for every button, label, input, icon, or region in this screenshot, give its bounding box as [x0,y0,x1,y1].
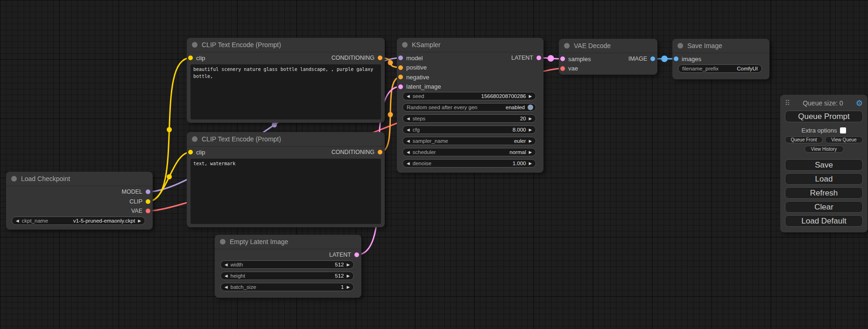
widget-seed[interactable]: ◀seed156680208700286▶ [402,92,536,100]
output-slot-VAE[interactable]: VAE [131,207,150,215]
increment-arrow-icon[interactable]: ▶ [529,94,532,98]
increment-arrow-icon[interactable]: ▶ [529,150,532,154]
decrement-arrow-icon[interactable]: ◀ [16,218,19,223]
widget-width[interactable]: ◀width512▶ [220,260,354,269]
input-dot-clip[interactable] [188,150,193,154]
node-ksampler[interactable]: KSamplermodelpositivenegativelatent_imag… [397,38,543,173]
settings-gear-icon[interactable]: ⚙ [856,99,863,107]
queue-prompt-button[interactable]: Queue Prompt [785,111,863,122]
node-load-checkpoint[interactable]: Load CheckpointMODELCLIPVAE◀ckpt_namev1-… [6,172,153,230]
increment-arrow-icon[interactable]: ▶ [529,127,532,132]
output-dot-LATENT[interactable] [354,252,359,257]
input-slot-positive[interactable]: positive [398,63,427,72]
node-collapse-dot[interactable] [564,43,570,49]
prompt-textarea[interactable]: text, watermark [191,159,381,224]
input-dot-images[interactable] [674,56,678,61]
input-slot-latent_image[interactable]: latent_image [398,83,441,91]
input-dot-latent_image[interactable] [398,84,403,89]
decrement-arrow-icon[interactable]: ◀ [225,285,228,289]
toggle-knob[interactable] [528,105,533,110]
input-dot-positive[interactable] [398,65,403,70]
decrement-arrow-icon[interactable]: ◀ [407,150,410,154]
load-button[interactable]: Load [785,173,863,185]
decrement-arrow-icon[interactable]: ◀ [407,139,410,143]
node-collapse-dot[interactable] [402,42,408,48]
save-button[interactable]: Save [785,159,863,171]
node-title-bar[interactable]: Empty Latent Image [215,235,361,249]
widget-Random seed after every gen[interactable]: Random seed after every genenabled [402,103,536,112]
widget-denoise[interactable]: ◀denoise1.000▶ [402,159,536,168]
output-slot-LATENT[interactable]: LATENT [329,251,359,259]
widget-height[interactable]: ◀height512▶ [220,272,354,280]
view-history-button[interactable]: View History [804,146,844,153]
input-slot-clip[interactable]: clip [188,148,205,156]
output-dot-CONDITIONING[interactable] [378,56,382,60]
node-title-bar[interactable]: Load Checkpoint [6,172,153,186]
extra-options-checkbox[interactable] [840,127,846,133]
output-dot-MODEL[interactable] [146,189,150,194]
node-clip-encode-2[interactable]: CLIP Text Encode (Prompt)clipCONDITIONIN… [187,132,385,227]
node-collapse-dot[interactable] [11,176,17,182]
increment-arrow-icon[interactable]: ▶ [529,161,532,166]
clear-button[interactable]: Clear [785,201,863,213]
node-collapse-dot[interactable] [192,42,198,48]
output-dot-CONDITIONING[interactable] [378,150,382,154]
node-title-bar[interactable]: VAE Decode [559,39,657,53]
increment-arrow-icon[interactable]: ▶ [529,116,532,121]
widget-cfg[interactable]: ◀cfg8.000▶ [402,126,536,134]
input-dot-model[interactable] [398,56,403,60]
decrement-arrow-icon[interactable]: ◀ [225,273,228,278]
widget-steps[interactable]: ◀steps20▶ [402,114,536,123]
node-clip-encode-1[interactable]: CLIP Text Encode (Prompt)clipCONDITIONIN… [187,38,385,123]
input-dot-vae[interactable] [560,66,565,71]
node-collapse-dot[interactable] [192,136,198,142]
output-slot-MODEL[interactable]: MODEL [122,188,150,196]
widget-scheduler[interactable]: ◀schedulernormal▶ [402,148,536,156]
drag-handle-icon[interactable]: ⠿ [785,99,790,107]
node-vae-decode[interactable]: VAE DecodesamplesvaeIMAGE [559,39,657,75]
decrement-arrow-icon[interactable]: ◀ [225,262,228,267]
increment-arrow-icon[interactable]: ▶ [346,285,350,289]
decrement-arrow-icon[interactable]: ◀ [407,116,410,121]
output-slot-IMAGE[interactable]: IMAGE [628,55,655,63]
widget-sampler_name[interactable]: ◀sampler_nameeuler▶ [402,137,536,145]
decrement-arrow-icon[interactable]: ◀ [407,94,410,98]
output-slot-LATENT[interactable]: LATENT [511,54,541,62]
input-slot-clip[interactable]: clip [188,54,205,62]
refresh-button[interactable]: Refresh [785,187,863,199]
comfyui-canvas[interactable]: Load CheckpointMODELCLIPVAE◀ckpt_namev1-… [0,0,868,329]
output-slot-CONDITIONING[interactable]: CONDITIONING [332,54,382,62]
input-slot-negative[interactable]: negative [398,73,429,81]
increment-arrow-icon[interactable]: ▶ [138,218,141,223]
prompt-textarea[interactable]: beautiful scenery nature glass bottle la… [191,64,381,119]
view-queue-button[interactable]: View Queue [825,136,863,143]
widget-filename_prefix[interactable]: filename_prefixComfyUI [678,64,762,73]
input-dot-negative[interactable] [398,75,403,79]
decrement-arrow-icon[interactable]: ◀ [407,161,410,166]
node-title-bar[interactable]: Save Image [672,39,769,53]
decrement-arrow-icon[interactable]: ◀ [407,127,410,132]
widget-batch_size[interactable]: ◀batch_size1▶ [220,283,354,291]
node-title-bar[interactable]: KSampler [397,38,543,52]
node-collapse-dot[interactable] [677,43,683,49]
input-dot-samples[interactable] [560,56,565,61]
widget-ckpt_name[interactable]: ◀ckpt_namev1-5-pruned-emaonly.ckpt▶ [12,217,145,225]
load-default-button[interactable]: Load Default [785,215,863,227]
node-save-image[interactable]: Save Imageimagesfilename_prefixComfyUI [672,39,769,79]
output-dot-VAE[interactable] [146,209,150,213]
output-dot-IMAGE[interactable] [650,56,655,61]
node-title-bar[interactable]: CLIP Text Encode (Prompt) [187,38,385,52]
node-empty-latent[interactable]: Empty Latent ImageLATENT◀width512▶◀heigh… [215,235,361,298]
input-slot-vae[interactable]: vae [560,64,578,73]
input-dot-clip[interactable] [188,56,193,60]
node-title-bar[interactable]: CLIP Text Encode (Prompt) [187,132,385,147]
input-slot-model[interactable]: model [398,54,423,62]
output-dot-CLIP[interactable] [146,199,150,204]
node-collapse-dot[interactable] [220,239,226,245]
input-slot-images[interactable]: images [674,55,701,63]
input-slot-samples[interactable]: samples [560,55,591,63]
increment-arrow-icon[interactable]: ▶ [346,262,350,267]
output-slot-CLIP[interactable]: CLIP [129,197,150,206]
increment-arrow-icon[interactable]: ▶ [529,139,532,143]
output-slot-CONDITIONING[interactable]: CONDITIONING [332,148,382,156]
